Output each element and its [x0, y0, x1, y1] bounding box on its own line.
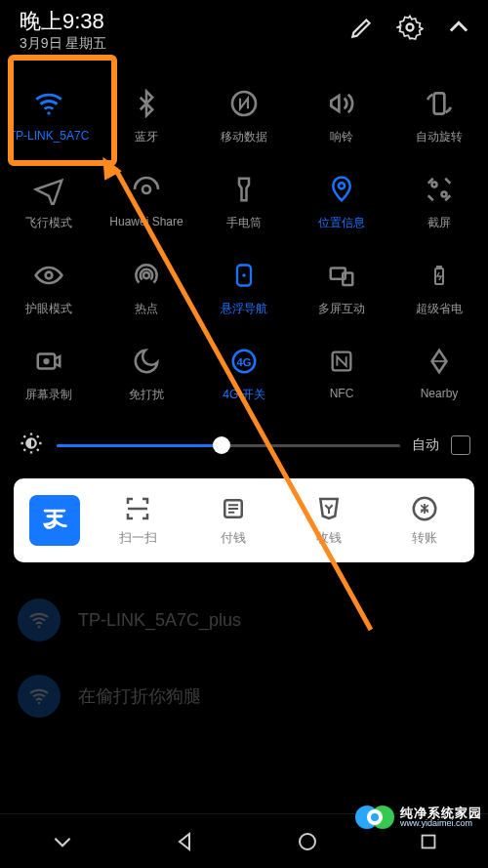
tile-auto-rotate[interactable]: 自动旋转: [390, 76, 488, 162]
transfer-icon: [410, 494, 439, 523]
flashlight-icon: [223, 168, 265, 211]
svg-point-26: [300, 834, 315, 849]
svg-point-31: [371, 813, 379, 821]
watermark-url: www.yidaimei.com: [400, 819, 482, 828]
tile-hotspot[interactable]: 热点: [98, 248, 195, 334]
huawei-share-icon: [125, 168, 168, 211]
bluetooth-icon: [125, 82, 168, 125]
alipay-quick-card: 扫一扫 付钱 收钱 转账: [14, 478, 474, 562]
brightness-icon: [18, 430, 45, 461]
nav-hide-icon[interactable]: [50, 829, 75, 854]
screen-record-icon: [27, 340, 70, 383]
multi-screen-icon: [320, 254, 363, 297]
alipay-transfer[interactable]: 转账: [377, 494, 472, 547]
status-date: 3月9日 星期五: [20, 35, 106, 53]
quick-item-label: 转账: [412, 529, 437, 547]
tile-location[interactable]: 位置信息: [293, 162, 390, 248]
tile-label: Huawei Share: [109, 215, 183, 228]
svg-rect-15: [437, 267, 441, 269]
airplane-icon: [27, 168, 70, 211]
tile-mobile-data[interactable]: 移动数据: [195, 76, 293, 162]
tile-ring[interactable]: 响铃: [293, 76, 390, 162]
quick-item-label: 扫一扫: [119, 529, 157, 547]
quick-item-label: 付钱: [221, 529, 246, 547]
tile-nearby[interactable]: Nearby: [390, 334, 488, 420]
tile-label: 自动旋转: [416, 129, 463, 145]
nav-back-icon[interactable]: [174, 830, 197, 853]
svg-point-6: [432, 183, 437, 187]
watermark: 纯净系统家园 www.yidaimei.com: [353, 796, 482, 839]
tile-label: Nearby: [421, 387, 459, 400]
tile-eye-comfort[interactable]: 护眼模式: [0, 248, 98, 334]
tile-screen-record[interactable]: 屏幕录制: [0, 334, 98, 420]
nearby-icon: [418, 340, 461, 383]
alipay-app-icon[interactable]: [29, 495, 80, 546]
svg-point-5: [339, 183, 345, 188]
tile-label: 悬浮导航: [221, 301, 267, 317]
svg-point-17: [43, 358, 49, 364]
tile-screenshot[interactable]: 截屏: [390, 162, 488, 248]
tile-label: 多屏互动: [318, 301, 365, 317]
svg-point-0: [407, 24, 414, 31]
auto-rotate-icon: [418, 82, 461, 125]
tile-label: 4G 开关: [223, 387, 264, 403]
hotspot-icon: [125, 254, 168, 297]
svg-point-9: [143, 272, 149, 278]
dnd-icon: [125, 340, 168, 383]
tile-4g-switch[interactable]: 4G 4G 开关: [195, 334, 293, 420]
svg-point-8: [46, 272, 53, 279]
nav-home-icon[interactable]: [296, 830, 319, 853]
svg-point-4: [142, 186, 150, 193]
tile-nfc[interactable]: NFC: [293, 334, 390, 420]
battery-icon: [418, 254, 461, 297]
tile-label: 护眼模式: [25, 301, 72, 317]
tile-airplane[interactable]: 飞行模式: [0, 162, 98, 248]
svg-point-11: [242, 273, 246, 277]
tile-multi-screen[interactable]: 多屏互动: [293, 248, 390, 334]
tile-label: 超级省电: [416, 301, 463, 317]
tile-label: 截屏: [427, 215, 451, 231]
tile-ultra-save[interactable]: 超级省电: [390, 248, 488, 334]
brightness-auto-checkbox[interactable]: [451, 435, 470, 455]
nfc-icon: [320, 340, 363, 383]
brightness-row: 自动: [0, 424, 488, 475]
svg-text:4G: 4G: [236, 356, 251, 368]
tile-flashlight[interactable]: 手电筒: [195, 162, 293, 248]
pay-icon: [219, 494, 248, 523]
tile-label: 蓝牙: [135, 129, 158, 145]
status-time: 晚上9:38: [20, 10, 106, 33]
edit-icon[interactable]: [349, 15, 375, 40]
settings-icon[interactable]: [396, 14, 424, 41]
screenshot-icon: [418, 168, 461, 211]
tile-huawei-share[interactable]: Huawei Share: [98, 162, 195, 248]
tile-bluetooth[interactable]: 蓝牙: [98, 76, 195, 162]
tile-label: NFC: [330, 387, 354, 400]
watermark-logo-icon: [353, 796, 396, 839]
brightness-auto-label: 自动: [412, 436, 439, 454]
scan-icon: [123, 494, 152, 523]
alipay-collect[interactable]: 收钱: [281, 494, 377, 547]
mobile-data-icon: [223, 82, 265, 125]
svg-point-1: [47, 111, 50, 114]
tile-wifi[interactable]: TP-LINK_5A7C: [0, 76, 98, 162]
4g-icon: 4G: [223, 340, 265, 383]
tile-float-nav[interactable]: 悬浮导航: [195, 248, 293, 334]
tile-label: 飞行模式: [25, 215, 72, 231]
tile-label: 位置信息: [318, 215, 365, 231]
tile-label: 热点: [135, 301, 158, 317]
tile-label: 响铃: [330, 129, 353, 145]
quick-item-label: 收钱: [316, 529, 342, 547]
collapse-icon[interactable]: [445, 14, 472, 41]
tile-label: TP-LINK_5A7C: [9, 129, 90, 143]
alipay-scan[interactable]: 扫一扫: [90, 494, 185, 547]
tile-dnd[interactable]: 免打扰: [98, 334, 195, 420]
ring-icon: [320, 82, 363, 125]
tile-label: 免打扰: [129, 387, 164, 403]
svg-rect-3: [434, 94, 445, 114]
location-icon: [320, 168, 363, 211]
float-nav-icon: [223, 254, 265, 297]
brightness-slider[interactable]: [57, 434, 400, 456]
alipay-pay[interactable]: 付钱: [185, 494, 281, 547]
quick-settings-grid: TP-LINK_5A7C 蓝牙 移动数据 响铃 自动旋转 飞行模式: [0, 59, 488, 424]
svg-point-7: [442, 192, 447, 197]
